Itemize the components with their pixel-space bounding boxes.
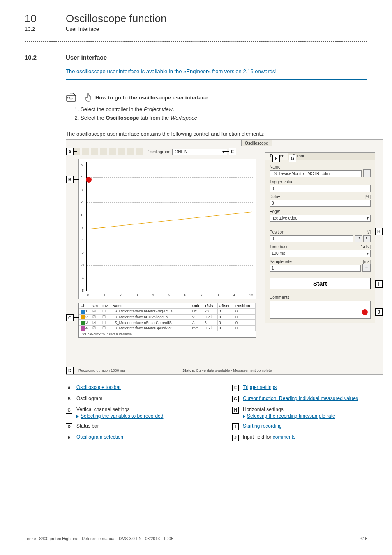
toolbar-zoom-icon[interactable] xyxy=(118,148,125,155)
channel-row[interactable]: 1 ☑ ☐ LS_MotorInterface.nMotorFreqAct_a … xyxy=(79,309,256,314)
start-button[interactable]: Start xyxy=(270,278,371,289)
name-browse-button[interactable]: … xyxy=(363,169,371,177)
ch-offset: 0 xyxy=(217,325,234,331)
label-samplerate: Sample rate xyxy=(270,259,292,264)
triangle-icon xyxy=(76,415,79,418)
toolbar-open-icon[interactable] xyxy=(73,148,80,155)
ch-inv[interactable]: ☐ xyxy=(101,320,111,326)
channel-row[interactable]: 2 ☑☐ LS_MotorInterface.nDCVoltage_a V 0.… xyxy=(79,314,256,320)
label-name: Name xyxy=(270,165,371,169)
legend-link[interactable]: comments xyxy=(273,434,295,440)
ch-div: 0.5 k xyxy=(203,325,217,331)
oscillogram-select[interactable]: ONLINE ▾ xyxy=(172,149,227,155)
marker-a: A xyxy=(66,148,74,155)
step-1: Select the controller in the Project vie… xyxy=(81,106,367,112)
toolbar-copy-icon[interactable] xyxy=(100,148,107,155)
svg-rect-0 xyxy=(67,95,76,101)
howto-title: How to go to the oscilloscope user inter… xyxy=(95,95,209,101)
legend-link[interactable]: Starting recording xyxy=(243,423,282,429)
ch-inv[interactable]: ☐ xyxy=(101,325,111,331)
curve-green xyxy=(87,249,253,249)
legend-link[interactable]: Cursor function: Reading individual meas… xyxy=(243,395,358,401)
ch-num: 3 xyxy=(85,320,88,324)
toolbar-fit-icon[interactable] xyxy=(127,148,134,155)
input-trigger-value[interactable]: 0 xyxy=(270,185,371,192)
select-edge[interactable]: negative edge ▾ xyxy=(270,215,371,222)
ch-num: 4 xyxy=(85,326,88,330)
legend-text: Vertical channel settings xyxy=(76,407,129,412)
ch-num: 2 xyxy=(85,315,88,319)
label-comments: Comments xyxy=(270,295,371,300)
status-bar: Recording duration 1000 ms Status: Curve… xyxy=(78,368,378,372)
status-label: Status: xyxy=(182,368,195,372)
oscilloscope-icon xyxy=(66,92,81,103)
ch-color xyxy=(81,310,85,314)
y-tick: -2 xyxy=(81,251,84,255)
ch-on[interactable]: ☑ xyxy=(91,314,101,320)
toolbar-save-icon[interactable] xyxy=(82,148,89,155)
sub-header-num: 10.2 xyxy=(25,26,66,32)
oscillogram-chart[interactable]: 5 4 3 2 1 0 -1 -2 -3 -4 -5 xyxy=(78,159,256,299)
grid-line xyxy=(87,228,253,228)
edge-value: negative edge xyxy=(272,216,297,220)
ch-pos: 0 xyxy=(234,325,255,331)
marker-e: E xyxy=(229,148,236,155)
section-heading-title: User interface xyxy=(66,54,107,61)
x-tick: 6 xyxy=(184,293,186,297)
toolbar-settings-icon[interactable] xyxy=(136,148,143,155)
legend-link[interactable]: Oscillogram selection xyxy=(76,434,123,440)
red-dot xyxy=(86,177,92,183)
legend-link[interactable]: Oscilloscope toolbar xyxy=(76,384,121,390)
position-left-button[interactable]: ◂ xyxy=(355,235,362,242)
y-tick: 2 xyxy=(81,200,83,204)
legend-text: Oscillogram xyxy=(76,395,216,401)
ch-color xyxy=(81,321,85,325)
marker-g: G xyxy=(289,155,296,162)
input-comments[interactable] xyxy=(270,301,371,319)
ch-inv[interactable]: ☐ xyxy=(101,309,111,314)
grid-line xyxy=(87,177,253,178)
step2-b: Oscilloscope xyxy=(106,115,139,121)
footer-left: Lenze · 8400 protec HighLine · Reference… xyxy=(25,536,173,541)
hand-pointer-icon xyxy=(85,93,91,102)
samplerate-browse-button[interactable]: … xyxy=(362,264,371,272)
oscilloscope-tab[interactable]: Oscilloscope xyxy=(241,140,272,146)
grid-line xyxy=(87,240,253,240)
position-right-button[interactable]: ▸ xyxy=(363,235,371,242)
ch-offset: 0 xyxy=(217,309,234,314)
select-timebase[interactable]: 100 ms ▾ xyxy=(270,250,371,257)
legend-sublink[interactable]: Selecting the recording time/sample rate xyxy=(247,413,335,419)
y-tick: 3 xyxy=(81,188,83,192)
marker-line xyxy=(73,317,79,318)
ch-on[interactable]: ☑ xyxy=(91,320,101,326)
ch-pos: 0 xyxy=(234,314,255,320)
channel-row[interactable]: 4 ☑☐ LS_MotorInterface.nMotorSpeedAct...… xyxy=(79,325,256,331)
legend-item-b: B Oscillogram xyxy=(66,395,216,402)
y-tick: -1 xyxy=(81,238,84,242)
channel-settings[interactable]: Ch On Inv Name Unit 1/Div Offset Positio… xyxy=(78,303,256,338)
legend-link[interactable]: Trigger settings xyxy=(243,384,277,390)
legend-item-a: A Oscilloscope toolbar xyxy=(66,384,216,391)
label-delay: Delay xyxy=(270,194,280,199)
marker-line xyxy=(371,231,375,231)
legend-sublink[interactable]: Selecting the variables to be recorded xyxy=(81,413,163,419)
marker-line xyxy=(73,151,77,152)
input-samplerate[interactable]: 1 xyxy=(270,265,361,272)
toolbar-disk-icon[interactable] xyxy=(91,148,98,155)
input-name[interactable]: LS_DeviceMonitor_MCTRL.bIm xyxy=(270,170,362,177)
marker-f: F xyxy=(272,155,280,162)
marker-i: I xyxy=(375,280,383,288)
step1-a: Select the controller in the xyxy=(81,106,144,112)
ch-on[interactable]: ☑ xyxy=(91,309,101,314)
side-tabs: Trigger Cursor xyxy=(265,153,375,160)
input-delay[interactable]: 0 xyxy=(270,200,371,207)
input-position[interactable]: 0 xyxy=(270,235,353,242)
y-tick: 5 xyxy=(81,163,83,167)
step2-e: . xyxy=(197,115,199,121)
ch-on[interactable]: ☑ xyxy=(91,325,101,331)
toolbar-print-icon[interactable] xyxy=(109,148,116,155)
legend-marker: C xyxy=(66,407,72,414)
ch-inv[interactable]: ☐ xyxy=(101,314,111,320)
legend-item-e: E Oscillogram selection xyxy=(66,434,216,441)
channel-row[interactable]: 3 ☑☐ LS_MotorInterface.nStatorCurrentIS.… xyxy=(79,320,256,326)
